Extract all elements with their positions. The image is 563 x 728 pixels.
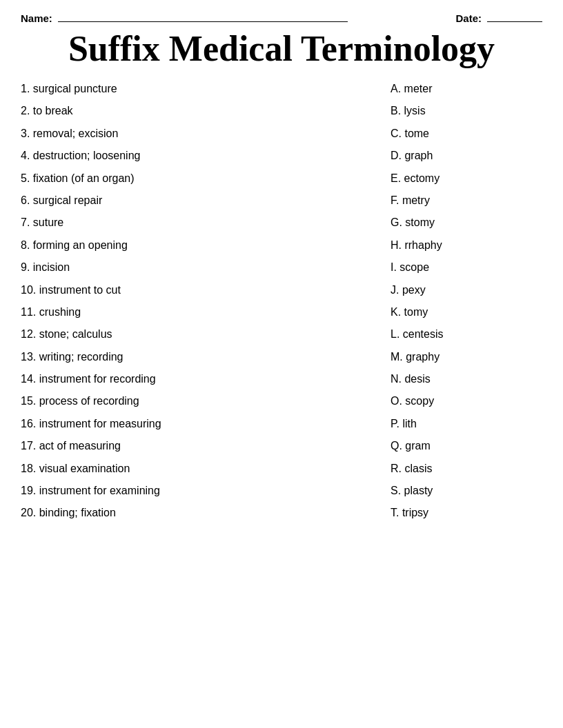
list-item: 19. instrument for examining [21,483,377,498]
list-item: 16. instrument for measuring [21,416,377,432]
list-item: 6. surgical repair [21,193,377,208]
page-title: Suffix Medical Terminology [21,28,542,69]
header-bar: Name: Date: [21,12,542,24]
answer-item: F. metry [391,193,542,208]
list-item: 8. forming an opening [21,238,377,253]
left-column: 1. surgical puncture2. to break3. remova… [21,81,391,528]
list-item: 12. stone; calculus [21,327,377,342]
list-item: 4. destruction; loosening [21,148,377,163]
answer-item: K. tomy [391,305,542,320]
list-item: 18. visual examination [21,461,377,476]
answer-item: B. lysis [391,103,542,119]
answer-item: I. scope [391,260,542,275]
answer-item: T. tripsy [391,505,542,520]
answer-item: O. scopy [391,394,542,409]
right-column: A. meterB. lysisC. tomeD. graphE. ectomy… [391,81,542,528]
list-item: 13. writing; recording [21,350,377,365]
answer-item: A. meter [391,81,542,97]
list-item: 15. process of recording [21,394,377,409]
list-item: 1. surgical puncture [21,81,377,97]
answer-item: E. ectomy [391,171,542,186]
name-label: Name: [21,12,52,24]
name-underline [58,21,348,22]
list-item: 3. removal; excision [21,126,377,141]
date-label: Date: [455,12,482,24]
answer-item: P. lith [391,416,542,432]
answer-item: R. clasis [391,461,542,476]
list-item: 9. incision [21,260,377,275]
answer-item: G. stomy [391,215,542,230]
list-item: 7. suture [21,215,377,230]
answer-item: N. desis [391,372,542,387]
answer-item: C. tome [391,126,542,141]
list-item: 10. instrument to cut [21,283,377,298]
list-item: 11. crushing [21,305,377,320]
answer-item: M. graphy [391,350,542,365]
answer-item: J. pexy [391,283,542,298]
date-field: Date: [455,12,542,24]
list-item: 2. to break [21,103,377,119]
answer-item: L. centesis [391,327,542,342]
answer-item: D. graph [391,148,542,163]
list-item: 14. instrument for recording [21,372,377,387]
content-area: 1. surgical puncture2. to break3. remova… [21,81,542,528]
list-item: 5. fixation (of an organ) [21,171,377,186]
name-field: Name: [21,12,455,24]
answer-item: S. plasty [391,483,542,498]
date-underline [487,21,542,22]
answer-item: Q. gram [391,438,542,454]
list-item: 17. act of measuring [21,438,377,454]
answer-item: H. rrhaphy [391,238,542,253]
list-item: 20. binding; fixation [21,505,377,520]
